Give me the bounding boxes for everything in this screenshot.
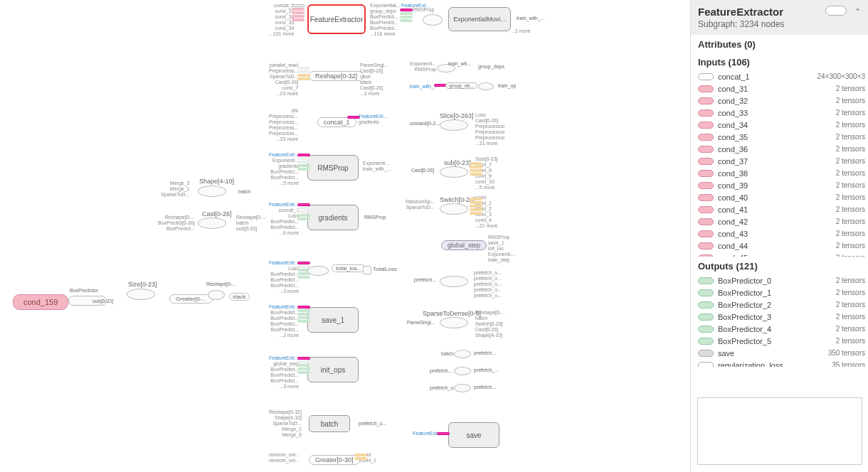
- io-row[interactable]: cond_342 tensors: [698, 119, 865, 131]
- type-pill: [698, 326, 714, 333]
- io-row[interactable]: cond_432 tensors: [698, 227, 865, 240]
- io-name: BoxPredictor_0: [718, 277, 832, 285]
- io-name: regularization_loss: [718, 361, 827, 368]
- node-small[interactable]: [454, 367, 471, 375]
- label-col: Reshape[0-...batchsub[0-23]: [236, 215, 266, 232]
- io-row[interactable]: BoxPredictor_42 tensors: [698, 323, 865, 335]
- node-greater[interactable]: Greater[0-...: [169, 294, 213, 304]
- node-shape[interactable]: [198, 186, 226, 197]
- node-total-loss[interactable]: total_los...: [332, 264, 366, 272]
- node-gradients[interactable]: gradients: [307, 205, 359, 230]
- label-col: Exponenti...train_with_...: [363, 161, 391, 172]
- node-cast[interactable]: [198, 218, 226, 229]
- label-col: Reshape[0-...batchSwitch[0-20]Cast[0-26]…: [475, 310, 505, 338]
- label: ParseSingl...: [407, 320, 435, 325]
- io-row[interactable]: BoxPredictor_52 tensors: [698, 335, 865, 347]
- io-row[interactable]: cond_332 tensors: [698, 107, 865, 119]
- io-row[interactable]: BoxPredictor_32 tensors: [698, 311, 865, 323]
- io-row[interactable]: cond_322 tensors: [698, 95, 865, 107]
- io-row[interactable]: cond_402 tensors: [698, 191, 865, 203]
- io-value: 24×300×300×3: [817, 73, 865, 80]
- attributes-header: Attributes (0): [691, 35, 868, 53]
- node-small[interactable]: [454, 350, 471, 358]
- node-reshape[interactable]: Reshape[0-32]: [309, 71, 364, 81]
- io-row[interactable]: BoxPredictor_02 tensors: [698, 274, 865, 286]
- io-row[interactable]: cond_392 tensors: [698, 179, 865, 191]
- node-exponential-moving[interactable]: ExponentialMovi...: [448, 7, 511, 31]
- io-row[interactable]: BoxPredictor_12 tensors: [698, 286, 865, 299]
- outputs-list[interactable]: BoxPredictor_02 tensorsBoxPredictor_12 t…: [691, 274, 868, 367]
- io-row[interactable]: regularization_loss35 tensors: [698, 359, 865, 367]
- io-name: BoxPredictor_4: [718, 325, 832, 333]
- node-init-ops[interactable]: init_ops: [307, 357, 359, 382]
- io-name: cond_42: [718, 218, 832, 226]
- node-group-de[interactable]: group_de...: [445, 82, 477, 89]
- graph-canvas[interactable]: cond_159 BoxPredictor sub[0-23] Size[0-2…: [0, 0, 690, 472]
- node-save-1[interactable]: save_1: [307, 307, 359, 333]
- node-small[interactable]: [423, 14, 443, 26]
- type-pill: [698, 289, 714, 296]
- label-col: random_uni...random_uni...: [269, 452, 300, 463]
- op-label: Size[0-23]: [128, 281, 157, 288]
- label-col: concat_1cond_31cond_32cond_33cond_34...1…: [269, 3, 294, 37]
- io-row[interactable]: cond_372 tensors: [698, 155, 865, 167]
- node-sparse-to-dense[interactable]: [440, 317, 468, 328]
- io-value: 2 tensors: [836, 109, 865, 117]
- details-sidebar: FeatureExtractor Subgraph: 3234 nodes ⌃ …: [690, 0, 868, 472]
- io-name: cond_40: [718, 193, 832, 202]
- io-row[interactable]: save350 tensors: [698, 347, 865, 359]
- label-col: Reshape[0-32]Shape[4-10]SparseToD...Merg…: [269, 409, 302, 438]
- io-name: cond_43: [718, 230, 832, 238]
- collapse-toggle[interactable]: [825, 6, 847, 16]
- node-prefetch[interactable]: [440, 276, 468, 287]
- node-small[interactable]: [454, 384, 471, 392]
- io-row[interactable]: cond_312 tensors: [698, 82, 865, 95]
- label-col: FeatureExtr...global_stepBoxPredict...Bo…: [269, 355, 299, 390]
- io-name: cond_34: [718, 121, 832, 129]
- io-name: BoxPredictor_3: [718, 313, 832, 321]
- io-row[interactable]: cond_362 tensors: [698, 143, 865, 155]
- minimap[interactable]: 电子发烧友: [697, 397, 862, 465]
- type-pill: [698, 350, 714, 357]
- io-row[interactable]: cond_382 tensors: [698, 167, 865, 179]
- io-row[interactable]: concat_124×300×300×3: [698, 70, 865, 82]
- io-row[interactable]: cond_422 tensors: [698, 215, 865, 227]
- io-name: concat_1: [718, 73, 813, 81]
- label: ...2 more: [511, 28, 531, 34]
- io-row[interactable]: cond_352 tensors: [698, 131, 865, 143]
- node-greater[interactable]: Greater[0-30]: [309, 455, 360, 465]
- node-feature-extractor[interactable]: FeatureExtractor: [307, 4, 366, 34]
- label: train_op: [498, 83, 516, 88]
- inputs-list[interactable]: concat_124×300×300×3cond_312 tensorscond…: [691, 70, 868, 257]
- label: Cast[0-26]: [411, 168, 434, 173]
- io-row[interactable]: cond_442 tensors: [698, 240, 865, 252]
- node-small[interactable]: [363, 266, 371, 274]
- caret-up-icon[interactable]: ⌃: [854, 7, 861, 16]
- io-row[interactable]: cond_452 tensors: [698, 252, 865, 257]
- io-value: 2 tensors: [836, 277, 865, 284]
- io-value: 35 tensors: [832, 361, 865, 367]
- node-global-step[interactable]: global_step: [441, 240, 487, 250]
- label: TotalLoss: [373, 266, 397, 272]
- node-cond-159[interactable]: cond_159: [13, 294, 68, 310]
- node-concat-1[interactable]: concat_1: [317, 117, 356, 127]
- io-value: 2 tensors: [836, 242, 865, 250]
- node-slice[interactable]: [440, 119, 468, 131]
- node-small[interactable]: [307, 266, 329, 276]
- node-sub[interactable]: [440, 166, 468, 178]
- io-row[interactable]: cond_412 tensors: [698, 203, 865, 215]
- node-small[interactable]: [478, 82, 494, 90]
- node-stack[interactable]: stack: [229, 293, 250, 301]
- node-small[interactable]: [208, 290, 225, 300]
- io-row[interactable]: BoxPredictor_22 tensors: [698, 299, 865, 311]
- pills: [354, 454, 367, 460]
- node-switch[interactable]: [440, 203, 468, 215]
- type-pill: [698, 134, 714, 141]
- node-size[interactable]: [127, 289, 155, 300]
- node-save[interactable]: save: [448, 422, 499, 448]
- io-name: cond_35: [718, 133, 832, 141]
- io-name: cond_44: [718, 242, 832, 250]
- io-value: 2 tensors: [836, 181, 865, 189]
- node-batch[interactable]: batch: [309, 415, 350, 432]
- node-rmsprop[interactable]: RMSProp: [307, 155, 359, 181]
